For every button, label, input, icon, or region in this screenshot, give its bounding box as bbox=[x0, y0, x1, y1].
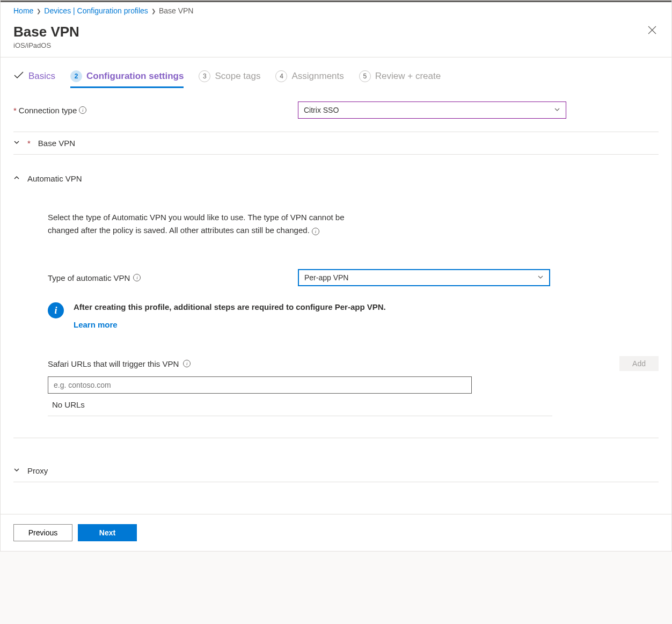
breadcrumb-devices[interactable]: Devices | Configuration profiles bbox=[44, 6, 148, 15]
section-base-vpn: * Base VPN bbox=[13, 132, 659, 155]
section-proxy: Proxy bbox=[13, 460, 659, 482]
tab-assignments[interactable]: 4 Assignments bbox=[275, 70, 344, 86]
tab-scope-tags[interactable]: 3 Scope tags bbox=[199, 70, 260, 86]
next-button[interactable]: Next bbox=[78, 524, 137, 541]
section-title: Automatic VPN bbox=[27, 174, 82, 183]
step-number: 4 bbox=[275, 70, 287, 82]
select-value: Per-app VPN bbox=[304, 273, 348, 282]
wizard-tabs: Basics 2 Configuration settings 3 Scope … bbox=[13, 70, 659, 86]
tab-review-create[interactable]: 5 Review + create bbox=[359, 70, 441, 86]
label-text: Connection type bbox=[19, 106, 77, 115]
description-text: Select the type of Automatic VPN you wou… bbox=[48, 213, 345, 235]
section-automatic-vpn: Automatic VPN Select the type of Automat… bbox=[13, 168, 659, 438]
auto-vpn-description: Select the type of Automatic VPN you wou… bbox=[48, 211, 364, 237]
page-subtitle: iOS/iPadOS bbox=[13, 41, 79, 49]
auto-vpn-type-select[interactable]: Per-app VPN bbox=[298, 269, 550, 286]
checkmark-icon bbox=[13, 71, 24, 82]
tab-label: Review + create bbox=[375, 71, 441, 82]
tab-label: Scope tags bbox=[215, 71, 260, 82]
label-text: Type of automatic VPN bbox=[48, 273, 130, 282]
connection-type-select[interactable]: Citrix SSO bbox=[298, 101, 566, 119]
close-icon bbox=[648, 26, 656, 34]
chevron-down-icon bbox=[537, 273, 544, 282]
chevron-down-icon bbox=[13, 139, 20, 147]
label-text: Safari URLs that will trigger this VPN bbox=[48, 359, 179, 368]
tab-label: Configuration settings bbox=[86, 71, 184, 82]
section-header-base-vpn[interactable]: * Base VPN bbox=[13, 132, 659, 154]
chevron-down-icon bbox=[554, 106, 560, 114]
required-asterisk: * bbox=[13, 106, 17, 115]
info-icon[interactable]: i bbox=[79, 106, 86, 114]
connection-type-row: * Connection type i Citrix SSO bbox=[13, 101, 659, 119]
page-title: Base VPN bbox=[13, 24, 79, 40]
info-message: After creating this profile, additional … bbox=[74, 302, 386, 311]
tab-label: Basics bbox=[28, 71, 55, 82]
add-url-button[interactable]: Add bbox=[619, 356, 659, 371]
section-title: Base VPN bbox=[38, 139, 75, 148]
safari-urls-label: Safari URLs that will trigger this VPN i bbox=[48, 359, 191, 368]
page-header: Base VPN iOS/iPadOS bbox=[1, 19, 671, 57]
info-callout: i After creating this profile, additiona… bbox=[48, 302, 659, 329]
required-asterisk: * bbox=[27, 139, 31, 148]
connection-type-label: * Connection type i bbox=[13, 106, 298, 115]
wizard-footer: Previous Next bbox=[1, 514, 671, 551]
section-header-automatic-vpn[interactable]: Automatic VPN bbox=[13, 168, 659, 190]
tab-basics[interactable]: Basics bbox=[13, 71, 55, 86]
auto-vpn-type-label: Type of automatic VPN i bbox=[48, 273, 298, 282]
safari-url-input[interactable] bbox=[48, 376, 472, 394]
previous-button[interactable]: Previous bbox=[13, 524, 72, 541]
chevron-right-icon: ❯ bbox=[151, 8, 156, 14]
info-icon[interactable]: i bbox=[133, 274, 141, 281]
step-number: 3 bbox=[199, 70, 210, 82]
select-value: Citrix SSO bbox=[304, 106, 339, 114]
info-icon[interactable]: i bbox=[312, 228, 319, 235]
chevron-right-icon: ❯ bbox=[36, 8, 41, 14]
breadcrumb: Home ❯ Devices | Configuration profiles … bbox=[1, 2, 671, 19]
close-button[interactable] bbox=[646, 24, 659, 38]
auto-vpn-type-row: Type of automatic VPN i Per-app VPN bbox=[48, 269, 659, 286]
tab-label: Assignments bbox=[291, 71, 344, 82]
learn-more-link[interactable]: Learn more bbox=[74, 320, 118, 329]
step-number: 2 bbox=[70, 70, 82, 82]
section-title: Proxy bbox=[27, 466, 48, 475]
info-icon: i bbox=[48, 302, 64, 318]
step-number: 5 bbox=[359, 70, 371, 82]
info-icon[interactable]: i bbox=[183, 360, 191, 367]
safari-urls-section: Safari URLs that will trigger this VPN i… bbox=[48, 356, 659, 416]
section-header-proxy[interactable]: Proxy bbox=[13, 460, 659, 482]
breadcrumb-current: Base VPN bbox=[159, 6, 194, 15]
tab-configuration-settings[interactable]: 2 Configuration settings bbox=[70, 70, 184, 88]
chevron-up-icon bbox=[13, 175, 20, 183]
no-urls-text: No URLs bbox=[48, 394, 552, 416]
breadcrumb-home[interactable]: Home bbox=[13, 6, 33, 15]
chevron-down-icon bbox=[13, 467, 20, 475]
